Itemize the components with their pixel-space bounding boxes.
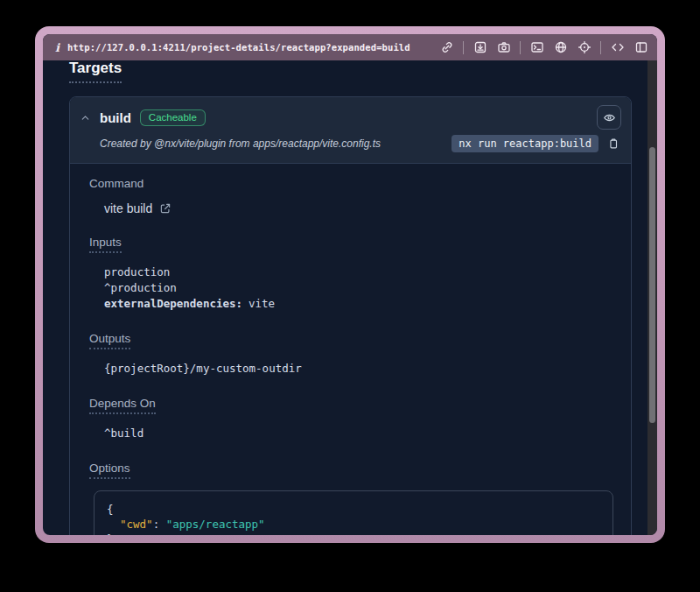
build-card-header: build Cacheable Created by @nx/vite/plug… <box>70 97 631 163</box>
info-icon[interactable]: i <box>55 41 60 54</box>
browser-topbar: i http://127.0.0.1:4211/project-details/… <box>43 34 657 60</box>
target-card-build: build Cacheable Created by @nx/vite/plug… <box>69 96 632 535</box>
json-string-value: "apps/reactapp" <box>166 518 265 531</box>
options-json-block: { "cwd": "apps/reactapp" } <box>94 490 613 535</box>
browser-window-frame: i http://127.0.0.1:4211/project-details/… <box>35 26 665 543</box>
input-kv-value: vite <box>248 297 275 310</box>
chevron-up-icon[interactable] <box>80 112 91 123</box>
build-header-subrow: Created by @nx/vite/plugin from apps/rea… <box>80 134 621 153</box>
json-line-close: } <box>107 532 600 535</box>
page-area: Targets build Cacheable <box>43 60 657 535</box>
command-section-label: Command <box>89 177 619 190</box>
command-value[interactable]: vite build <box>104 201 152 215</box>
toolbar-separator <box>520 41 521 54</box>
copy-command-button[interactable] <box>606 136 621 152</box>
build-header-row[interactable]: build Cacheable <box>80 105 621 130</box>
eye-icon <box>603 111 616 124</box>
camera-icon[interactable] <box>496 40 511 55</box>
input-item: production <box>104 264 619 280</box>
created-by-note: Created by @nx/vite/plugin from apps/rea… <box>100 137 381 150</box>
command-value-link[interactable]: vite build <box>104 201 619 215</box>
json-line-open: { <box>107 502 600 517</box>
cacheable-badge: Cacheable <box>140 109 206 126</box>
browser-viewport: i http://127.0.0.1:4211/project-details/… <box>43 34 657 535</box>
copy-icon <box>607 137 620 150</box>
outputs-section-label: Outputs <box>89 332 130 349</box>
depends-on-item: ^build <box>104 426 619 441</box>
input-external-dependencies: externalDependencies:vite <box>104 296 619 312</box>
json-separator: : <box>153 518 166 531</box>
page-title: Targets <box>69 60 122 83</box>
project-details-page: Targets build Cacheable <box>43 60 648 535</box>
depends-on-section-label: Depends On <box>89 397 156 414</box>
json-key: "cwd" <box>120 518 153 531</box>
options-section-label: Options <box>89 462 130 479</box>
scrollbar-track[interactable] <box>648 60 657 535</box>
browser-toolbar <box>439 40 648 55</box>
target-name: build <box>100 110 131 125</box>
input-item: ^production <box>104 280 619 296</box>
toolbar-separator <box>463 41 464 54</box>
code-icon[interactable] <box>610 40 625 55</box>
input-kv-key: externalDependencies: <box>104 297 242 310</box>
view-target-graph-button[interactable] <box>597 105 621 130</box>
scrollbar-thumb[interactable] <box>649 147 655 423</box>
screenshot-save-icon[interactable] <box>472 40 487 55</box>
build-card-body: Command vite build Inputs production ^pr… <box>70 163 631 535</box>
toolbar-separator <box>600 41 601 54</box>
run-command-chip[interactable]: nx run reactapp:build <box>452 135 598 152</box>
link-icon[interactable] <box>439 40 454 55</box>
output-item: {projectRoot}/my-custom-outdir <box>104 361 619 377</box>
target-icon[interactable] <box>577 40 592 55</box>
inputs-section-label: Inputs <box>89 236 122 253</box>
external-link-icon[interactable] <box>159 202 172 215</box>
terminal-icon[interactable] <box>529 40 544 55</box>
address-url[interactable]: http://127.0.0.1:4211/project-details/re… <box>67 42 431 53</box>
split-panel-icon[interactable] <box>634 40 648 55</box>
json-line-cwd: "cwd": "apps/reactapp" <box>107 517 600 532</box>
globe-icon[interactable] <box>553 40 568 55</box>
